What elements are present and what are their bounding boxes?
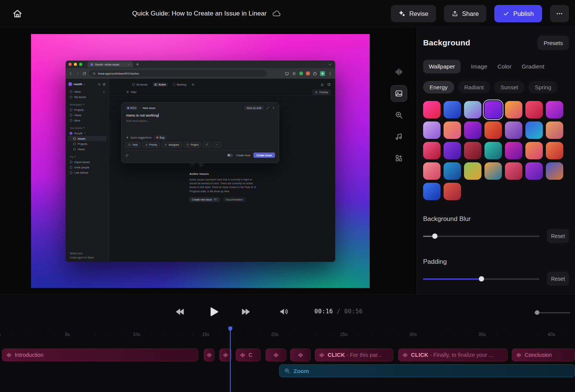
background-blur-slider[interactable] (423, 233, 539, 239)
more-options-button[interactable] (550, 5, 569, 22)
wallpaper-thumbnail-18[interactable] (484, 142, 502, 159)
timeline-zoom-thumb[interactable] (535, 310, 539, 315)
sidebar-section-try[interactable]: Try ▾ (70, 155, 105, 158)
fast-forward-button[interactable] (241, 307, 251, 317)
wallpaper-thumbnail-13[interactable] (525, 121, 543, 139)
wallpaper-thumbnail-14[interactable] (546, 121, 563, 139)
property-pill-assignee[interactable]: Assignee (162, 142, 182, 148)
sidebar-item-projects[interactable]: Projects (68, 141, 106, 146)
wallpaper-thumbnail-6[interactable] (525, 101, 543, 118)
view-tab-backlog[interactable]: Backlog (171, 82, 188, 87)
property-pill-priority[interactable]: Priority (142, 142, 160, 148)
audio-waveform-tool[interactable] (391, 64, 407, 80)
view-tab-all-issues[interactable]: All issues (130, 82, 150, 87)
timeline-clip[interactable] (266, 348, 286, 361)
property-pill-todo[interactable]: Todo (125, 142, 141, 148)
tab-gradient[interactable]: Gradient (522, 60, 544, 73)
wallpaper-thumbnail-16[interactable] (444, 142, 461, 159)
wallpaper-thumbnail-15[interactable] (423, 142, 441, 159)
padding-slider[interactable] (423, 276, 539, 282)
background-tool[interactable] (391, 85, 407, 102)
category-spring[interactable]: Spring (528, 81, 558, 93)
wallpaper-thumbnail-1[interactable] (423, 101, 441, 118)
sidebar-section-workspace[interactable]: Workspace ▾ (70, 103, 105, 106)
wallpaper-thumbnail-10[interactable] (464, 121, 481, 139)
timeline-clip[interactable] (204, 348, 214, 361)
share-button[interactable]: Share (444, 5, 486, 22)
timeline-clip[interactable]: CLICK - Finally, to finalize your ... (398, 348, 508, 361)
tab-image[interactable]: Image (471, 60, 487, 73)
property-pill-project[interactable]: Project (184, 142, 201, 148)
timeline-zoom-slider[interactable] (534, 310, 570, 315)
sidebar-item-roozfir[interactable]: Roozfir▾ (68, 131, 106, 136)
video-preview-canvas[interactable]: Roozfir › Active issues × linear.app/roo… (31, 34, 370, 288)
revise-button[interactable]: Revise (391, 5, 436, 22)
wallpaper-thumbnail-4[interactable] (484, 101, 502, 118)
timeline-clip[interactable]: C (236, 348, 261, 361)
wallpaper-thumbnail-9[interactable] (444, 121, 461, 139)
view-settings-icon[interactable] (191, 83, 195, 86)
sidebar-item-issues[interactable]: Issues (68, 136, 106, 141)
play-button[interactable] (208, 306, 220, 318)
wallpaper-thumbnail-22[interactable] (423, 162, 441, 180)
property-pill-label[interactable] (203, 142, 211, 148)
wallpaper-thumbnail-26[interactable] (505, 162, 522, 180)
timeline-clip[interactable]: Conclusion (512, 348, 575, 361)
notifications-icon[interactable] (320, 83, 324, 86)
wallpaper-thumbnail-11[interactable] (484, 121, 502, 139)
rewind-button[interactable] (175, 307, 185, 317)
wallpaper-thumbnail-2[interactable] (444, 101, 461, 118)
sidebar-item-views[interactable]: Views (68, 146, 106, 152)
wallpaper-thumbnail-21[interactable] (546, 142, 563, 159)
blur-slider-thumb[interactable] (432, 233, 438, 239)
publish-button[interactable]: Publish (494, 5, 542, 22)
sidebar-item-inbox[interactable]: Inbox1 (68, 89, 106, 94)
presets-button[interactable]: Presets (538, 36, 569, 50)
tab-wallpaper[interactable]: Wallpaper (423, 60, 461, 73)
sidebar-item-invite-people[interactable]: Invite people (68, 165, 106, 170)
timeline-clip[interactable]: Introduction (2, 348, 198, 361)
music-tool[interactable] (391, 128, 407, 145)
wallpaper-thumbnail-24[interactable] (464, 162, 481, 180)
padding-slider-thumb[interactable] (479, 276, 484, 282)
sidebar-item-link-github[interactable]: Link GitHub (68, 170, 106, 175)
wallpaper-thumbnail-28[interactable] (546, 162, 563, 180)
sidebar-item-import-issues[interactable]: Import issues (68, 159, 106, 165)
property-pill-more[interactable] (213, 142, 221, 148)
wallpaper-thumbnail-19[interactable] (505, 142, 522, 159)
category-energy[interactable]: Energy (423, 81, 454, 93)
sidebar-item-more[interactable]: More (68, 118, 106, 123)
wallpaper-thumbnail-29[interactable] (423, 183, 441, 200)
wallpaper-thumbnail-3[interactable] (464, 101, 481, 118)
wallpaper-thumbnail-5[interactable] (505, 101, 522, 118)
sidebar-footer-link[interactable]: What's new (70, 252, 94, 255)
blur-reset-button[interactable]: Reset (547, 229, 569, 243)
volume-button[interactable] (279, 306, 289, 317)
wallpaper-thumbnail-30[interactable] (444, 183, 461, 200)
wallpaper-thumbnail-8[interactable] (423, 121, 441, 139)
wallpaper-thumbnail-20[interactable] (525, 142, 543, 159)
category-sunset[interactable]: Sunset (494, 81, 525, 93)
wallpaper-thumbnail-25[interactable] (484, 162, 502, 180)
category-radiant[interactable]: Radiant (458, 81, 491, 93)
sidebar-item-views[interactable]: Views (68, 112, 106, 118)
sidebar-item-my-issues[interactable]: My issues (68, 94, 106, 100)
wallpaper-thumbnail-7[interactable] (546, 101, 563, 118)
wallpaper-thumbnail-17[interactable] (464, 142, 481, 159)
wallpaper-thumbnail-27[interactable] (525, 162, 543, 180)
view-tab-active[interactable]: Active (153, 82, 168, 87)
timeline-clip[interactable] (290, 348, 311, 361)
home-button[interactable] (9, 6, 26, 21)
wallpaper-thumbnail-12[interactable] (505, 121, 522, 139)
padding-reset-button[interactable]: Reset (547, 272, 569, 286)
sidebar-item-projects[interactable]: Projects (68, 107, 106, 112)
sidebar-footer-link[interactable]: Linear agent for Slack (70, 256, 94, 259)
wallpaper-thumbnail-23[interactable] (444, 162, 461, 180)
zoom-clip[interactable]: Zoom (279, 364, 575, 377)
layout-tool[interactable] (391, 150, 407, 166)
panel-toggle-icon[interactable] (327, 83, 331, 86)
sidebar-section-your-teams[interactable]: Your teams ▾ (70, 126, 105, 129)
timeline-clip[interactable]: CLICK - For this par... (315, 348, 393, 361)
timeline-ruler[interactable]: 0s5s10s15s20s25s30s35s40s (0, 332, 575, 339)
zoom-tool[interactable] (391, 107, 407, 123)
